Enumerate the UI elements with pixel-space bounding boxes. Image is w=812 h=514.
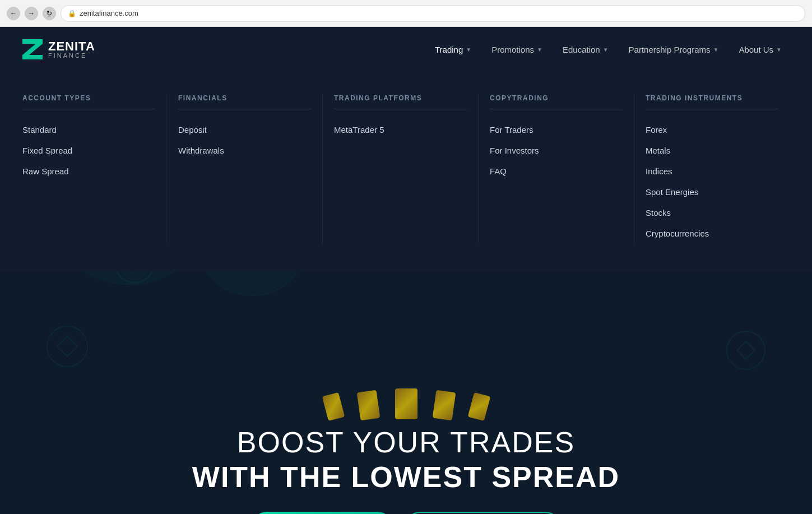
lock-icon: 🔒 (68, 10, 76, 17)
browser-chrome: ← → ↻ 🔒 zenitafinance.com (0, 0, 812, 27)
menu-item-fixed-spread[interactable]: Fixed Spread (22, 140, 155, 161)
col-header-copytrading: COPYTRADING (490, 94, 623, 109)
address-bar[interactable]: 🔒 zenitafinance.com (61, 5, 805, 22)
menu-item-cryptocurrencies[interactable]: Cryptocurrencies (646, 223, 778, 244)
brand-sub: FINANCE (48, 53, 95, 59)
dropdown-col-financials: FINANCIALS Deposit Withdrawals (167, 94, 323, 244)
menu-item-deposit[interactable]: Deposit (178, 119, 311, 140)
menu-item-forex[interactable]: Forex (646, 119, 778, 140)
hero-title-line2: WITH THE LOWEST SPREAD (0, 460, 812, 494)
chevron-down-icon: ▼ (603, 47, 609, 53)
nav-items: Trading ▼ Promotions ▼ Education ▼ Partn… (427, 40, 790, 59)
forward-button[interactable]: → (25, 7, 38, 20)
chevron-down-icon: ▼ (713, 47, 718, 53)
dropdown-col-copytrading: COPYTRADING For Traders For Investors FA… (479, 94, 634, 244)
open-demo-account-button[interactable]: Open Demo Account (405, 512, 562, 514)
menu-item-withdrawals[interactable]: Withdrawals (178, 140, 311, 161)
chevron-down-icon: ▼ (466, 47, 471, 53)
nav-education[interactable]: Education ▼ (555, 40, 616, 59)
url-text: zenitafinance.com (80, 9, 138, 17)
col-header-financials: FINANCIALS (178, 94, 311, 109)
menu-item-for-investors[interactable]: For Investors (490, 140, 623, 161)
logo-icon (22, 39, 43, 59)
menu-item-faq[interactable]: FAQ (490, 161, 623, 182)
back-button[interactable]: ← (7, 7, 20, 20)
nav-promotions[interactable]: Promotions ▼ (484, 40, 550, 59)
menu-item-stocks[interactable]: Stocks (646, 202, 778, 223)
nav-trading[interactable]: Trading ▼ (427, 40, 479, 59)
navbar: ZENITA FINANCE Trading ▼ Promotions ▼ Ed… (0, 27, 812, 72)
logo[interactable]: ZENITA FINANCE (22, 39, 95, 59)
dropdown-col-account-types: ACCOUNT TYPES Standard Fixed Spread Raw … (22, 94, 167, 244)
dropdown-menu: ACCOUNT TYPES Standard Fixed Spread Raw … (0, 72, 812, 272)
nav-about[interactable]: About Us ▼ (731, 40, 790, 59)
menu-item-raw-spread[interactable]: Raw Spread (22, 161, 155, 182)
col-header-account-types: ACCOUNT TYPES (22, 94, 155, 109)
dropdown-col-instruments: TRADING INSTRUMENTS Forex Metals Indices… (634, 94, 790, 244)
menu-item-indices[interactable]: Indices (646, 161, 778, 182)
logo-text: ZENITA FINANCE (48, 40, 95, 59)
hero-buttons: Open Live Account Open Demo Account (0, 512, 812, 514)
menu-item-spot-energies[interactable]: Spot Energies (646, 182, 778, 202)
chevron-down-icon: ▼ (537, 47, 542, 53)
dropdown-col-platforms: TRADING PLATFORMS MetaTrader 5 (323, 94, 479, 244)
refresh-button[interactable]: ↻ (43, 7, 56, 20)
chevron-down-icon: ▼ (776, 47, 782, 53)
hero-section: BOOST YOUR TRADES WITH THE LOWEST SPREAD… (0, 330, 812, 514)
hero-coins-decoration (0, 352, 812, 419)
menu-item-for-traders[interactable]: For Traders (490, 119, 623, 140)
col-header-instruments: TRADING INSTRUMENTS (646, 94, 778, 109)
col-header-platforms: TRADING PLATFORMS (334, 94, 467, 109)
hero-title-line1: BOOST YOUR TRADES (0, 425, 812, 460)
nav-partnership[interactable]: Partnership Programs ▼ (621, 40, 727, 59)
svg-marker-6 (22, 39, 43, 59)
site-wrapper: ZENITA FINANCE Trading ▼ Promotions ▼ Ed… (0, 27, 812, 514)
menu-item-standard[interactable]: Standard (22, 119, 155, 140)
brand-name: ZENITA (48, 40, 95, 53)
menu-item-metals[interactable]: Metals (646, 140, 778, 161)
menu-item-metatrader5[interactable]: MetaTrader 5 (334, 119, 467, 140)
open-live-account-button[interactable]: Open Live Account (251, 512, 393, 514)
